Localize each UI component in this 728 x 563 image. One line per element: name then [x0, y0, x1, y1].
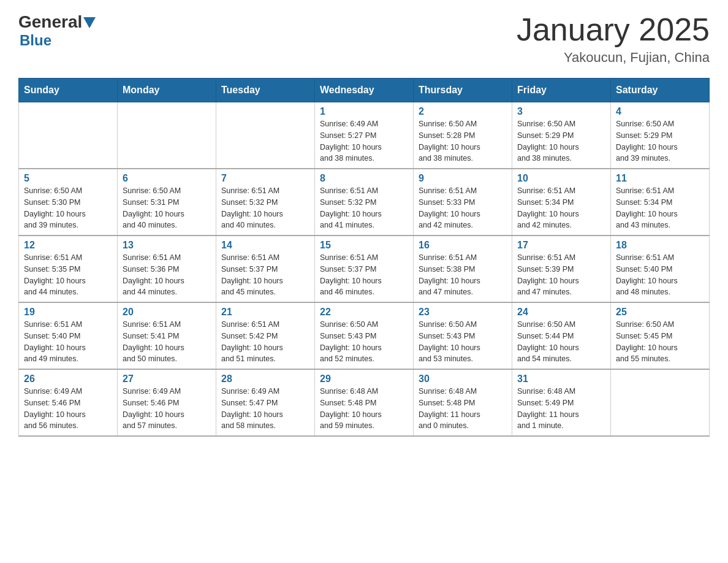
calendar-cell: 19Sunrise: 6:51 AM Sunset: 5:40 PM Dayli… — [19, 302, 118, 369]
day-number: 20 — [123, 307, 211, 318]
calendar-cell: 7Sunrise: 6:51 AM Sunset: 5:32 PM Daylig… — [216, 169, 315, 236]
calendar-cell: 23Sunrise: 6:50 AM Sunset: 5:43 PM Dayli… — [414, 302, 512, 369]
day-info: Sunrise: 6:49 AM Sunset: 5:27 PM Dayligh… — [320, 118, 408, 164]
day-number: 19 — [24, 307, 112, 318]
day-info: Sunrise: 6:51 AM Sunset: 5:33 PM Dayligh… — [419, 185, 507, 231]
calendar-header-row: SundayMondayTuesdayWednesdayThursdayFrid… — [19, 79, 710, 102]
calendar-cell: 31Sunrise: 6:48 AM Sunset: 5:49 PM Dayli… — [512, 369, 611, 436]
calendar-cell: 26Sunrise: 6:49 AM Sunset: 5:46 PM Dayli… — [19, 369, 118, 436]
day-info: Sunrise: 6:51 AM Sunset: 5:39 PM Dayligh… — [517, 252, 605, 298]
page-header: General Blue January 2025 Yakoucun, Fuji… — [18, 12, 710, 66]
day-number: 31 — [517, 373, 605, 385]
calendar-cell: 22Sunrise: 6:50 AM Sunset: 5:43 PM Dayli… — [315, 302, 414, 369]
day-number: 29 — [320, 373, 408, 385]
page-title: January 2025 — [517, 12, 710, 47]
calendar-cell: 29Sunrise: 6:48 AM Sunset: 5:48 PM Dayli… — [315, 369, 414, 436]
calendar-cell: 6Sunrise: 6:50 AM Sunset: 5:31 PM Daylig… — [118, 169, 216, 236]
calendar-cell — [19, 102, 118, 169]
weekday-header-friday: Friday — [512, 79, 611, 102]
calendar-cell: 4Sunrise: 6:50 AM Sunset: 5:29 PM Daylig… — [611, 102, 710, 169]
calendar-cell: 18Sunrise: 6:51 AM Sunset: 5:40 PM Dayli… — [611, 236, 710, 302]
calendar-week-row: 12Sunrise: 6:51 AM Sunset: 5:35 PM Dayli… — [19, 236, 710, 302]
day-number: 11 — [616, 173, 704, 184]
day-info: Sunrise: 6:51 AM Sunset: 5:32 PM Dayligh… — [320, 185, 408, 231]
calendar-cell: 15Sunrise: 6:51 AM Sunset: 5:37 PM Dayli… — [315, 236, 414, 302]
calendar-cell: 25Sunrise: 6:50 AM Sunset: 5:45 PM Dayli… — [611, 302, 710, 369]
day-info: Sunrise: 6:50 AM Sunset: 5:29 PM Dayligh… — [517, 118, 605, 164]
day-number: 16 — [419, 240, 507, 251]
day-number: 7 — [221, 173, 309, 184]
calendar-cell: 1Sunrise: 6:49 AM Sunset: 5:27 PM Daylig… — [315, 102, 414, 169]
day-info: Sunrise: 6:50 AM Sunset: 5:43 PM Dayligh… — [320, 319, 408, 365]
day-number: 26 — [24, 373, 112, 385]
weekday-header-monday: Monday — [118, 79, 216, 102]
calendar-cell: 13Sunrise: 6:51 AM Sunset: 5:36 PM Dayli… — [118, 236, 216, 302]
calendar-cell: 3Sunrise: 6:50 AM Sunset: 5:29 PM Daylig… — [512, 102, 611, 169]
day-number: 3 — [517, 106, 605, 117]
calendar-cell: 30Sunrise: 6:48 AM Sunset: 5:48 PM Dayli… — [414, 369, 512, 436]
calendar-cell: 5Sunrise: 6:50 AM Sunset: 5:30 PM Daylig… — [19, 169, 118, 236]
title-block: January 2025 Yakoucun, Fujian, China — [517, 12, 710, 66]
day-info: Sunrise: 6:49 AM Sunset: 5:47 PM Dayligh… — [221, 386, 309, 432]
page-subtitle: Yakoucun, Fujian, China — [517, 50, 710, 66]
calendar-week-row: 5Sunrise: 6:50 AM Sunset: 5:30 PM Daylig… — [19, 169, 710, 236]
day-number: 14 — [221, 240, 309, 251]
day-info: Sunrise: 6:50 AM Sunset: 5:31 PM Dayligh… — [123, 185, 211, 231]
calendar-week-row: 26Sunrise: 6:49 AM Sunset: 5:46 PM Dayli… — [19, 369, 710, 436]
day-info: Sunrise: 6:51 AM Sunset: 5:34 PM Dayligh… — [517, 185, 605, 231]
day-number: 8 — [320, 173, 408, 184]
day-info: Sunrise: 6:48 AM Sunset: 5:49 PM Dayligh… — [517, 386, 605, 432]
calendar-cell — [611, 369, 710, 436]
day-info: Sunrise: 6:51 AM Sunset: 5:32 PM Dayligh… — [221, 185, 309, 231]
calendar-cell — [118, 102, 216, 169]
day-number: 30 — [419, 373, 507, 385]
calendar-cell: 12Sunrise: 6:51 AM Sunset: 5:35 PM Dayli… — [19, 236, 118, 302]
calendar-cell: 24Sunrise: 6:50 AM Sunset: 5:44 PM Dayli… — [512, 302, 611, 369]
calendar-cell: 21Sunrise: 6:51 AM Sunset: 5:42 PM Dayli… — [216, 302, 315, 369]
day-number: 1 — [320, 106, 408, 117]
day-info: Sunrise: 6:51 AM Sunset: 5:40 PM Dayligh… — [616, 252, 704, 298]
day-number: 21 — [221, 307, 309, 318]
logo-text: General — [18, 12, 96, 32]
calendar-cell: 27Sunrise: 6:49 AM Sunset: 5:46 PM Dayli… — [118, 369, 216, 436]
day-info: Sunrise: 6:50 AM Sunset: 5:30 PM Dayligh… — [24, 185, 112, 231]
weekday-header-tuesday: Tuesday — [216, 79, 315, 102]
day-info: Sunrise: 6:51 AM Sunset: 5:34 PM Dayligh… — [616, 185, 704, 231]
calendar-week-row: 19Sunrise: 6:51 AM Sunset: 5:40 PM Dayli… — [19, 302, 710, 369]
day-info: Sunrise: 6:50 AM Sunset: 5:44 PM Dayligh… — [517, 319, 605, 365]
day-number: 28 — [221, 373, 309, 385]
day-number: 17 — [517, 240, 605, 251]
calendar-cell: 9Sunrise: 6:51 AM Sunset: 5:33 PM Daylig… — [414, 169, 512, 236]
day-number: 2 — [419, 106, 507, 117]
calendar-cell: 11Sunrise: 6:51 AM Sunset: 5:34 PM Dayli… — [611, 169, 710, 236]
logo-general-text: General — [18, 12, 82, 32]
logo-blue-text: Blue — [20, 32, 51, 49]
day-number: 23 — [419, 307, 507, 318]
calendar-cell — [216, 102, 315, 169]
weekday-header-sunday: Sunday — [19, 79, 118, 102]
calendar-week-row: 1Sunrise: 6:49 AM Sunset: 5:27 PM Daylig… — [19, 102, 710, 169]
calendar-cell: 10Sunrise: 6:51 AM Sunset: 5:34 PM Dayli… — [512, 169, 611, 236]
day-info: Sunrise: 6:51 AM Sunset: 5:37 PM Dayligh… — [320, 252, 408, 298]
weekday-header-thursday: Thursday — [414, 79, 512, 102]
logo-triangle-icon — [83, 17, 96, 28]
day-number: 13 — [123, 240, 211, 251]
calendar-cell: 28Sunrise: 6:49 AM Sunset: 5:47 PM Dayli… — [216, 369, 315, 436]
calendar-cell: 14Sunrise: 6:51 AM Sunset: 5:37 PM Dayli… — [216, 236, 315, 302]
day-info: Sunrise: 6:49 AM Sunset: 5:46 PM Dayligh… — [24, 386, 112, 432]
day-number: 15 — [320, 240, 408, 251]
day-info: Sunrise: 6:50 AM Sunset: 5:43 PM Dayligh… — [419, 319, 507, 365]
calendar-cell: 17Sunrise: 6:51 AM Sunset: 5:39 PM Dayli… — [512, 236, 611, 302]
weekday-header-wednesday: Wednesday — [315, 79, 414, 102]
day-info: Sunrise: 6:51 AM Sunset: 5:40 PM Dayligh… — [24, 319, 112, 365]
calendar-cell: 16Sunrise: 6:51 AM Sunset: 5:38 PM Dayli… — [414, 236, 512, 302]
calendar-cell: 20Sunrise: 6:51 AM Sunset: 5:41 PM Dayli… — [118, 302, 216, 369]
day-number: 18 — [616, 240, 704, 251]
day-number: 12 — [24, 240, 112, 251]
day-info: Sunrise: 6:48 AM Sunset: 5:48 PM Dayligh… — [419, 386, 507, 432]
day-number: 24 — [517, 307, 605, 318]
day-info: Sunrise: 6:51 AM Sunset: 5:36 PM Dayligh… — [123, 252, 211, 298]
day-info: Sunrise: 6:50 AM Sunset: 5:29 PM Dayligh… — [616, 118, 704, 164]
calendar-cell: 2Sunrise: 6:50 AM Sunset: 5:28 PM Daylig… — [414, 102, 512, 169]
day-number: 9 — [419, 173, 507, 184]
